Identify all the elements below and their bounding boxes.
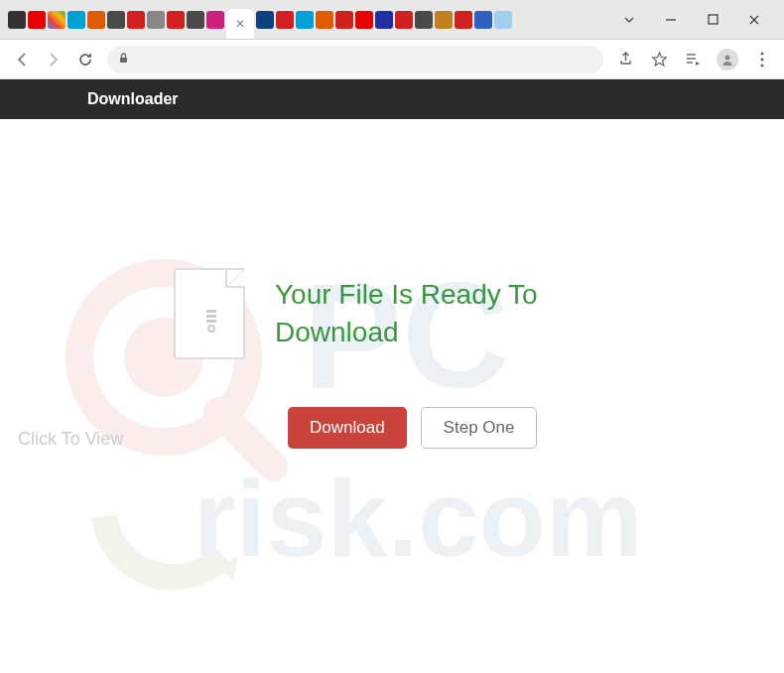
active-tab[interactable]: ✕ — [226, 9, 254, 39]
tab-favicon[interactable] — [355, 11, 373, 29]
tab-favicon[interactable] — [147, 11, 165, 29]
svg-rect-1 — [709, 15, 718, 24]
close-button[interactable] — [742, 8, 766, 32]
svg-rect-2 — [120, 58, 127, 63]
tab-favicon[interactable] — [494, 11, 512, 29]
tab-strip: ✕ — [8, 1, 607, 39]
menu-dots-icon[interactable] — [752, 50, 772, 69]
ready-heading: Your File Is Ready To Download — [275, 276, 602, 351]
profile-avatar[interactable] — [717, 49, 738, 70]
tab-favicon[interactable] — [335, 11, 353, 29]
tab-favicon[interactable] — [474, 11, 492, 29]
reload-button[interactable] — [75, 50, 95, 69]
tab-favicon[interactable] — [127, 11, 145, 29]
svg-point-7 — [761, 52, 764, 55]
maximize-button[interactable] — [701, 8, 724, 32]
svg-point-6 — [725, 55, 730, 60]
page-header: Downloader — [0, 79, 784, 119]
page-viewport: Downloader PC risk.com Click To View — [0, 79, 784, 673]
tab-favicon[interactable] — [107, 11, 125, 29]
zip-file-icon — [174, 268, 245, 359]
tab-favicon[interactable] — [375, 11, 393, 29]
watermark-hint: Click To View — [18, 429, 123, 450]
toolbar-right — [615, 49, 772, 70]
tab-favicon[interactable] — [415, 11, 433, 29]
tab-favicon[interactable] — [48, 11, 65, 29]
tab-favicon[interactable] — [435, 11, 453, 29]
tab-favicon[interactable] — [187, 11, 204, 29]
share-icon[interactable] — [615, 50, 635, 69]
tab-favicon[interactable] — [296, 11, 314, 29]
tab-favicon[interactable] — [316, 11, 333, 29]
step-one-button[interactable]: Step One — [421, 407, 538, 449]
tab-favicon[interactable] — [8, 11, 26, 29]
page-title: Downloader — [87, 90, 179, 107]
playlist-icon[interactable] — [683, 50, 703, 69]
svg-point-9 — [761, 64, 764, 67]
svg-point-8 — [761, 58, 764, 61]
bookmark-star-icon[interactable] — [649, 50, 669, 69]
browser-titlebar: ✕ — [0, 0, 784, 40]
minimize-button[interactable] — [659, 8, 683, 32]
close-tab-icon[interactable]: ✕ — [235, 17, 245, 31]
tab-favicon[interactable] — [206, 11, 224, 29]
tab-favicon[interactable] — [67, 11, 85, 29]
page-content: PC risk.com Click To View Your File Is R… — [0, 119, 784, 673]
lock-icon — [117, 51, 130, 68]
tab-favicon[interactable] — [455, 11, 472, 29]
tab-favicon[interactable] — [276, 11, 294, 29]
tab-favicon[interactable] — [87, 11, 105, 29]
window-controls — [607, 8, 776, 32]
back-button[interactable] — [12, 50, 32, 69]
forward-button[interactable] — [44, 50, 64, 69]
file-ready-row: Your File Is Ready To Download — [0, 268, 784, 359]
download-button[interactable]: Download — [288, 407, 407, 449]
tab-favicon[interactable] — [28, 11, 46, 29]
chevron-down-icon[interactable] — [617, 8, 641, 32]
tab-favicon[interactable] — [167, 11, 185, 29]
svg-text:risk.com: risk.com — [194, 457, 642, 579]
tab-favicon[interactable] — [256, 11, 274, 29]
tab-favicon[interactable] — [395, 11, 413, 29]
browser-toolbar — [0, 40, 784, 79]
address-bar[interactable] — [107, 46, 603, 73]
